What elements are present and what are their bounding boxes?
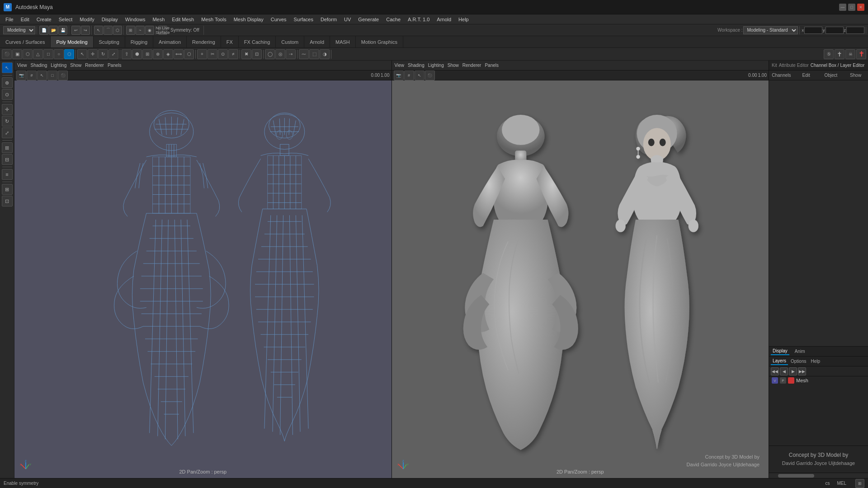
workspace-dropdown[interactable]: Modeling - Standard bbox=[743, 26, 798, 34]
maximize-button[interactable]: □ bbox=[848, 4, 855, 11]
layer-nav-next[interactable]: ▶ bbox=[789, 367, 797, 375]
merge-icon[interactable]: ⊕ bbox=[153, 49, 163, 59]
show-manips-btn[interactable]: ≡ bbox=[2, 169, 13, 180]
menu-windows[interactable]: Windows bbox=[122, 16, 149, 23]
menu-mesh-tools[interactable]: Mesh Tools bbox=[198, 16, 230, 23]
vp-right-lighting[interactable]: Lighting bbox=[428, 63, 444, 68]
no-live-btn[interactable]: No Live Surface bbox=[158, 26, 167, 35]
layer-nav-prev[interactable]: ◀ bbox=[780, 367, 788, 375]
cylinder-icon[interactable]: ⬡ bbox=[23, 49, 33, 59]
tab-animation[interactable]: Animation bbox=[153, 36, 187, 47]
paint-select-btn[interactable]: ⊙ bbox=[2, 89, 13, 100]
pose-icon[interactable]: ✝ bbox=[835, 49, 844, 59]
lasso-btn[interactable]: ⌒ bbox=[104, 26, 113, 35]
menu-edit[interactable]: Edit bbox=[17, 16, 33, 23]
cube-icon[interactable]: ▣ bbox=[12, 49, 22, 59]
vpl-camera-icon[interactable]: 📷 bbox=[16, 70, 26, 80]
close-button[interactable]: ✕ bbox=[857, 4, 864, 11]
menu-surfaces[interactable]: Surfaces bbox=[290, 16, 317, 23]
tab-arnold[interactable]: Arnold bbox=[304, 36, 330, 47]
multi-cut-icon[interactable]: ≠ bbox=[228, 49, 238, 59]
tab-custom[interactable]: Custom bbox=[276, 36, 304, 47]
vp-right-shading[interactable]: Shading bbox=[408, 63, 425, 68]
shortest-path-icon[interactable]: ⇢ bbox=[286, 49, 296, 59]
plane-icon[interactable]: □ bbox=[43, 49, 53, 59]
bevel-icon[interactable]: ⬢ bbox=[132, 49, 142, 59]
scale-tool-btn[interactable]: ⤢ bbox=[2, 127, 13, 138]
rotate-tool-icon[interactable]: ↻ bbox=[98, 49, 108, 59]
vp-left-view[interactable]: View bbox=[17, 63, 27, 68]
tab-rendering[interactable]: Rendering bbox=[187, 36, 221, 47]
viewport-left-canvas[interactable]: 2D Pan/Zoom : persp Y X Z bbox=[14, 80, 392, 478]
rotate-tool-btn[interactable]: ↻ bbox=[2, 116, 13, 127]
menu-modify[interactable]: Modify bbox=[76, 16, 98, 23]
vp-right-renderer[interactable]: Renderer bbox=[462, 63, 481, 68]
menu-uv[interactable]: UV bbox=[340, 16, 354, 23]
snap-grid-btn[interactable]: ⊞ bbox=[126, 26, 135, 35]
tab-fx-caching[interactable]: FX Caching bbox=[239, 36, 276, 47]
select-btn[interactable]: ↖ bbox=[94, 26, 103, 35]
vp-left-show[interactable]: Show bbox=[70, 63, 81, 68]
snap-grid-tool-btn[interactable]: ⊞ bbox=[2, 184, 13, 195]
vpl-select-icon[interactable]: ↖ bbox=[37, 70, 47, 80]
vp-left-panels[interactable]: Panels bbox=[108, 63, 122, 68]
delete-edge-icon[interactable]: ✖ bbox=[241, 49, 251, 59]
viewport-right-canvas[interactable]: Concept by 3D Model by David Garrido Joy… bbox=[392, 80, 769, 478]
cb-tab-show[interactable]: Show bbox=[843, 71, 868, 80]
y-coord-input[interactable] bbox=[826, 27, 844, 34]
redo-btn[interactable]: ↪ bbox=[81, 26, 90, 35]
collapse-icon[interactable]: ⊡ bbox=[252, 49, 262, 59]
universal-manip-btn[interactable]: ⊞ bbox=[2, 142, 13, 153]
scale-tool-icon[interactable]: ⤢ bbox=[108, 49, 118, 59]
mirror-icon[interactable]: ⟺ bbox=[174, 49, 184, 59]
cb-tab-object[interactable]: Object bbox=[819, 71, 844, 80]
layer-vis-p[interactable]: P bbox=[780, 377, 786, 384]
menu-file[interactable]: File bbox=[2, 16, 17, 23]
loop-select-icon[interactable]: ◯ bbox=[265, 49, 275, 59]
cut-faces-icon[interactable]: ✂ bbox=[208, 49, 217, 59]
menu-deform[interactable]: Deform bbox=[317, 16, 340, 23]
select-tool-icon[interactable]: ↖ bbox=[77, 49, 87, 59]
tab-motion-graphics[interactable]: Motion Graphics bbox=[356, 36, 403, 47]
menu-arnold[interactable]: Arnold bbox=[433, 16, 455, 23]
tab-poly-modeling[interactable]: Poly Modeling bbox=[51, 36, 93, 47]
x-coord-input[interactable] bbox=[804, 27, 822, 34]
tab-anim[interactable]: Anim bbox=[793, 348, 807, 355]
cone-icon[interactable]: △ bbox=[33, 49, 43, 59]
vp-right-panels[interactable]: Panels bbox=[485, 63, 499, 68]
paint-btn[interactable]: ⬡ bbox=[113, 26, 122, 35]
layer-vis-v[interactable]: V bbox=[772, 377, 778, 384]
vpl-smooth-icon[interactable]: ⚫ bbox=[58, 70, 68, 80]
menu-mesh-display[interactable]: Mesh Display bbox=[230, 16, 267, 23]
tab-mash[interactable]: MASH bbox=[330, 36, 356, 47]
smooth-mesh-icon[interactable]: ⁓ bbox=[299, 49, 309, 59]
menu-help[interactable]: Help bbox=[455, 16, 472, 23]
cb-tab-channels[interactable]: Channels bbox=[769, 71, 794, 80]
save-file-btn[interactable]: 💾 bbox=[58, 26, 67, 35]
snap-point-tool-btn[interactable]: ⊡ bbox=[2, 196, 13, 206]
move-tool-btn[interactable]: ✛ bbox=[2, 104, 13, 115]
cb-tab-edit[interactable]: Edit bbox=[794, 71, 819, 80]
fill-hole-icon[interactable]: ◈ bbox=[163, 49, 173, 59]
tab-sculpting[interactable]: Sculpting bbox=[94, 36, 125, 47]
tab-display[interactable]: Display bbox=[771, 347, 789, 355]
subdivide-icon[interactable]: ⬡ bbox=[184, 49, 194, 59]
layer-color-swatch[interactable] bbox=[788, 377, 794, 384]
tab-rigging[interactable]: Rigging bbox=[125, 36, 153, 47]
open-file-btn[interactable]: 📂 bbox=[49, 26, 58, 35]
vpr-grid-icon[interactable]: # bbox=[404, 70, 414, 80]
vp-right-show[interactable]: Show bbox=[448, 63, 459, 68]
component-icon[interactable]: ⬡ bbox=[64, 49, 74, 59]
vp-left-shading[interactable]: Shading bbox=[31, 63, 47, 68]
menu-edit-mesh[interactable]: Edit Mesh bbox=[168, 16, 198, 23]
menu-art[interactable]: A.R.T. 1.0 bbox=[404, 16, 433, 23]
minimize-button[interactable]: — bbox=[839, 4, 846, 11]
menu-create[interactable]: Create bbox=[33, 16, 55, 23]
bridge-icon[interactable]: ⊞ bbox=[142, 49, 152, 59]
tab-help[interactable]: Help bbox=[809, 358, 822, 365]
snap-curve-btn[interactable]: ~ bbox=[136, 26, 145, 35]
append-poly-icon[interactable]: + bbox=[197, 49, 207, 59]
menu-cache[interactable]: Cache bbox=[382, 16, 404, 23]
soft-mod-btn[interactable]: ⊟ bbox=[2, 154, 13, 165]
cross-icon[interactable]: ✝ bbox=[856, 49, 866, 59]
